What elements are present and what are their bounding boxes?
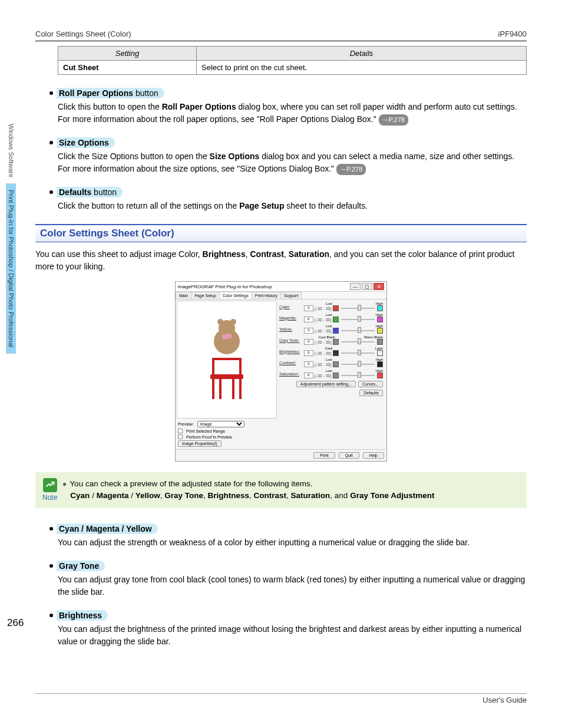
bullet-title: Defaults button — [57, 187, 123, 197]
bullet-title: Cyan / Magenta / Yellow — [57, 523, 158, 534]
tab-page-setup[interactable]: Page Setup — [191, 292, 220, 299]
slider-range: (-30 - 30) — [315, 329, 332, 333]
preview-pane — [177, 301, 277, 419]
intro-text: You can use this sheet to adjust image C… — [35, 248, 527, 273]
bullet-body: You can adjust the strength or weakness … — [58, 536, 527, 549]
swatch-right-icon — [377, 350, 383, 356]
header-left: Color Settings Sheet (Color) — [35, 29, 131, 38]
slider-track[interactable] — [341, 353, 375, 354]
print-button[interactable]: Print — [313, 452, 335, 459]
image-properties-button[interactable]: Image Properties(I) — [178, 440, 222, 447]
slider-label: Magenta: — [279, 316, 303, 320]
bullet-icon — [63, 483, 66, 486]
swatch-right-icon — [377, 361, 383, 367]
section-brightness: Brightness You can adjust the brightness… — [35, 610, 527, 648]
cell-setting: Cut Sheet — [58, 61, 197, 75]
note-text: You can check a preview of the adjusted … — [63, 478, 434, 502]
page-number: 266 — [7, 617, 24, 629]
th-setting: Setting — [58, 47, 197, 61]
slider-range: (-30 - 30) — [315, 318, 332, 322]
cb-label: Print Selected Range — [186, 429, 225, 433]
slider-value-input[interactable]: 0 — [304, 350, 313, 356]
dialog-tabs: Main Page Setup Color Settings Print His… — [176, 292, 386, 299]
bullet-title: Size Options — [57, 137, 115, 148]
slider-row: Contrast:LowHigh0(-30 - 30) — [279, 358, 383, 367]
preview-chair-image — [206, 364, 247, 399]
defaults-button[interactable]: Defaults — [359, 390, 383, 396]
swatch-right-icon — [377, 339, 383, 345]
curves-button[interactable]: Curves... — [358, 381, 383, 387]
page-ref[interactable]: →P.278 — [379, 114, 408, 126]
slider-thumb[interactable] — [358, 316, 361, 322]
slider-value-input[interactable]: 0 — [304, 361, 313, 367]
swatch-left-icon — [333, 350, 339, 356]
help-button[interactable]: Help — [363, 452, 384, 459]
slider-value-input[interactable]: 0 — [304, 305, 313, 311]
bullet-body: Click the Size Options button to open th… — [58, 150, 527, 175]
sliders-pane: Cyan:LowHigh0(-30 - 30)Magenta:LowHigh0(… — [277, 301, 385, 419]
slider-thumb[interactable] — [358, 305, 361, 311]
slider-track[interactable] — [341, 319, 375, 320]
close-icon[interactable]: ✕ — [373, 283, 384, 290]
section-defaults: Defaults button Click the button to retu… — [35, 187, 527, 212]
slider-label: Contrast: — [279, 361, 303, 365]
swatch-right-icon — [377, 305, 383, 311]
minimize-icon[interactable]: — — [350, 283, 361, 290]
bullet-title: Roll Paper Options button — [57, 88, 164, 98]
slider-row: Saturation:LowHigh0(-30 - 30) — [279, 369, 383, 378]
checkbox-print-selected[interactable] — [178, 429, 183, 433]
footer: User's Guide — [35, 693, 527, 704]
bullet-title: Gray Tone — [57, 561, 105, 571]
slider-value-input[interactable]: 0 — [304, 373, 313, 378]
quit-button[interactable]: Quit — [339, 452, 359, 459]
settings-table: Setting Details Cut Sheet Select to prin… — [58, 46, 527, 75]
maximize-icon[interactable]: ▢ — [362, 283, 372, 290]
slider-row: Magenta:LowHigh0(-30 - 30) — [279, 313, 383, 322]
slider-value-input[interactable]: 0 — [304, 317, 313, 322]
bullet-icon — [49, 564, 53, 568]
bullet-icon — [49, 190, 53, 194]
tab-support[interactable]: Support — [280, 292, 302, 299]
slider-thumb[interactable] — [358, 338, 361, 344]
slider-thumb[interactable] — [358, 372, 361, 378]
section-heading-bar: Color Settings Sheet (Color) — [35, 224, 527, 242]
slider-thumb[interactable] — [358, 327, 361, 333]
swatch-right-icon — [377, 328, 383, 334]
table-row: Cut Sheet Select to print on the cut she… — [58, 61, 527, 75]
note-label: Note — [42, 493, 57, 502]
page-header: Color Settings Sheet (Color) iPF9400 — [35, 29, 527, 41]
slider-track[interactable] — [341, 330, 375, 331]
swatch-right-icon — [377, 373, 383, 378]
swatch-right-icon — [377, 317, 383, 322]
slider-thumb[interactable] — [358, 350, 361, 355]
preview-select[interactable]: Image — [197, 421, 244, 427]
slider-label: Brightness: — [279, 350, 303, 354]
checkbox-proof-preview[interactable] — [178, 434, 183, 439]
section-size-options: Size Options Click the Size Options butt… — [35, 137, 527, 175]
cell-details: Select to print on the cut sheet. — [197, 61, 527, 75]
preview-label: Preview: — [178, 422, 194, 426]
slider-value-input[interactable]: 0 — [304, 339, 313, 345]
slider-range: (-30 - 30) — [315, 351, 332, 355]
note-icon — [43, 478, 57, 492]
adjustment-pattern-button[interactable]: Adjustment pattern setting... — [296, 381, 356, 387]
slider-track[interactable] — [341, 308, 375, 309]
slider-thumb[interactable] — [358, 361, 361, 367]
slider-track[interactable] — [341, 364, 375, 365]
tab-print-history[interactable]: Print History — [252, 292, 281, 299]
slider-track[interactable] — [341, 341, 375, 342]
preview-bear-image — [209, 320, 244, 361]
slider-value-input[interactable]: 0 — [304, 328, 313, 334]
page-ref[interactable]: →P.278 — [336, 164, 366, 175]
slider-range: (-30 - 30) — [315, 340, 332, 344]
tab-color-settings[interactable]: Color Settings — [219, 292, 252, 299]
slider-row: Cyan:LowHigh0(-30 - 30) — [279, 302, 383, 311]
slider-track[interactable] — [341, 375, 375, 376]
slider-row: Brightness:DarkLight0(-30 - 30) — [279, 347, 383, 356]
tab-main[interactable]: Main — [176, 292, 191, 299]
below-preview: Preview: Image Print Selected Range Perf… — [176, 420, 386, 449]
bullet-icon — [49, 91, 53, 95]
swatch-left-icon — [333, 361, 339, 367]
bullet-icon — [49, 527, 53, 531]
swatch-left-icon — [333, 328, 339, 334]
